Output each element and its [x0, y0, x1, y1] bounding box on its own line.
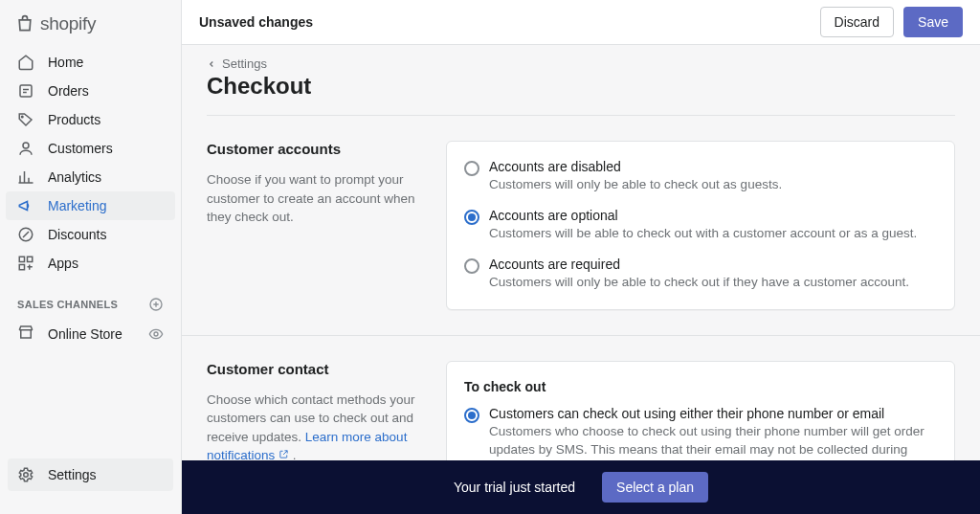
chevron-left-icon: [207, 59, 216, 69]
svg-rect-6: [19, 265, 24, 270]
radio-icon[interactable]: [464, 210, 479, 225]
store-icon: [17, 324, 34, 344]
tag-icon: [17, 111, 34, 128]
nav-label: Customers: [48, 141, 113, 156]
megaphone-icon: [17, 197, 34, 214]
nav-label: Home: [48, 55, 83, 70]
shopify-bag-icon: [15, 13, 34, 34]
nav-label: Discounts: [48, 227, 106, 242]
sidebar: shopify Home Orders Products Customers A…: [0, 0, 182, 514]
radio-icon[interactable]: [464, 258, 479, 274]
section-desc: Choose if you want to prompt your custom…: [207, 170, 427, 227]
nav-orders[interactable]: Orders: [0, 77, 181, 105]
nav-label: Products: [48, 112, 100, 127]
nav-label: Marketing: [48, 198, 106, 213]
svg-rect-5: [28, 257, 33, 261]
channel-label: Online Store: [48, 326, 122, 342]
main: Unsaved changes Discard Save Settings Ch…: [182, 0, 980, 514]
sidebar-settings[interactable]: Settings: [8, 458, 173, 491]
radio-icon[interactable]: [464, 408, 479, 423]
svg-point-9: [24, 473, 29, 478]
channels-header-label: SALES CHANNELS: [17, 299, 118, 310]
brand-text: shopify: [40, 13, 96, 34]
accounts-option-disabled[interactable]: Accounts are disabled Customers will onl…: [464, 159, 937, 194]
option-desc: Customers will only be able to check out…: [489, 176, 782, 194]
trial-message: Your trial just started: [454, 480, 575, 495]
svg-point-8: [154, 332, 158, 336]
person-icon: [17, 140, 34, 157]
option-label: Accounts are disabled: [489, 159, 782, 174]
panel-heading: To check out: [464, 379, 937, 394]
section-customer-accounts: Customer accounts Choose if you want to …: [182, 141, 980, 336]
svg-point-2: [23, 143, 29, 148]
svg-point-1: [22, 116, 24, 118]
nav-label: Analytics: [48, 169, 101, 185]
save-button[interactable]: Save: [903, 7, 963, 37]
home-icon: [17, 54, 34, 71]
option-desc: Customers will be able to check out with…: [489, 225, 917, 243]
nav-customers[interactable]: Customers: [0, 134, 181, 163]
discount-icon: [17, 226, 34, 243]
select-plan-button[interactable]: Select a plan: [602, 472, 708, 503]
nav-label: Orders: [48, 83, 89, 99]
content-scroll[interactable]: Settings Checkout Customer accounts Choo…: [182, 45, 980, 514]
nav-label: Apps: [48, 256, 78, 271]
apps-icon: [17, 255, 34, 272]
nav-products[interactable]: Products: [0, 105, 181, 134]
section-title: Customer contact: [207, 361, 427, 377]
nav-discounts[interactable]: Discounts: [0, 220, 181, 249]
section-title: Customer accounts: [207, 141, 427, 157]
svg-rect-4: [19, 257, 24, 261]
sales-channels-header: SALES CHANNELS: [0, 283, 181, 318]
section-desc: Choose which contact methods your custom…: [207, 391, 427, 465]
page-title: Checkout: [182, 71, 980, 115]
option-label: Customers can check out using either the…: [489, 406, 937, 421]
nav-apps[interactable]: Apps: [0, 249, 181, 278]
breadcrumb-label: Settings: [222, 56, 267, 71]
option-label: Accounts are required: [489, 257, 909, 272]
nav-analytics[interactable]: Analytics: [0, 163, 181, 191]
option-label: Accounts are optional: [489, 208, 917, 223]
primary-nav: Home Orders Products Customers Analytics…: [0, 42, 181, 283]
chart-icon: [17, 168, 34, 186]
brand-logo: shopify: [0, 0, 181, 42]
unsaved-label: Unsaved changes: [199, 14, 313, 30]
nav-marketing[interactable]: Marketing: [6, 191, 175, 220]
divider: [207, 115, 955, 116]
external-link-icon: [278, 449, 289, 459]
channel-online-store[interactable]: Online Store: [0, 318, 181, 349]
accounts-option-required[interactable]: Accounts are required Customers will onl…: [464, 257, 937, 292]
trial-bar: Your trial just started Select a plan: [182, 460, 980, 514]
nav-home[interactable]: Home: [0, 48, 181, 77]
accounts-panel: Accounts are disabled Customers will onl…: [446, 141, 955, 310]
view-store-icon[interactable]: [148, 326, 164, 342]
discard-button[interactable]: Discard: [820, 7, 894, 37]
settings-label: Settings: [48, 467, 97, 482]
add-channel-icon[interactable]: [148, 297, 164, 312]
radio-icon[interactable]: [464, 161, 479, 176]
gear-icon: [17, 466, 34, 483]
svg-rect-0: [20, 85, 32, 97]
accounts-option-optional[interactable]: Accounts are optional Customers will be …: [464, 208, 937, 243]
orders-icon: [17, 82, 34, 100]
unsaved-changes-bar: Unsaved changes Discard Save: [182, 0, 980, 45]
breadcrumb-back[interactable]: Settings: [182, 56, 980, 71]
option-desc: Customers will only be able to check out…: [489, 274, 909, 292]
